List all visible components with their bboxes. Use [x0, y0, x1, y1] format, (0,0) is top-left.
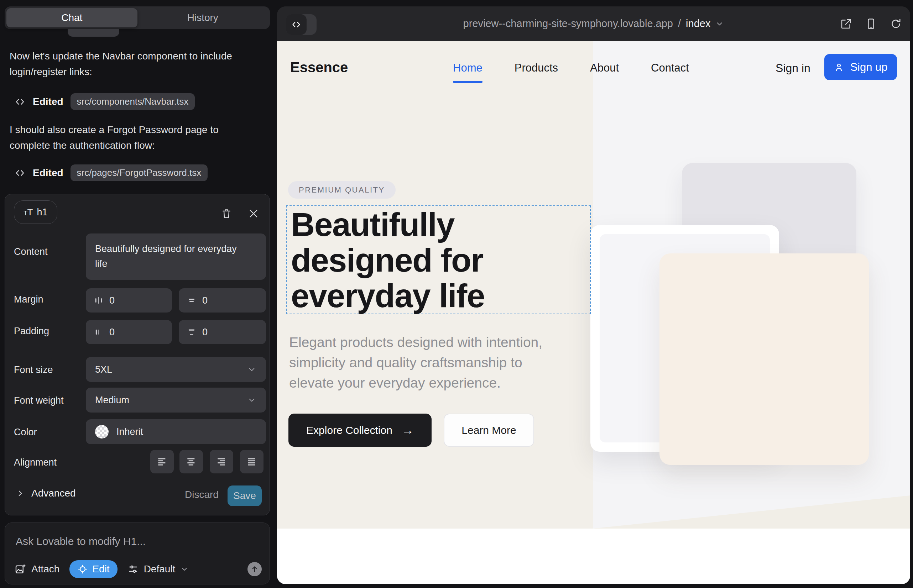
font-weight-value: Medium — [95, 395, 129, 406]
default-label: Default — [144, 564, 176, 575]
composer-toolbar: Attach Edit Default — [14, 560, 262, 578]
code-icon — [14, 167, 26, 179]
browser-actions — [840, 6, 902, 41]
code-preview-toggle[interactable] — [286, 14, 317, 35]
chat-sidebar: Chat History Now let's update the Navbar… — [0, 0, 277, 588]
open-external-button[interactable] — [840, 18, 853, 30]
nav-links: Home Products About Contact — [453, 61, 689, 74]
chevron-down-icon — [180, 565, 189, 573]
font-size-select[interactable]: 5XL — [86, 357, 266, 382]
code-icon — [14, 96, 26, 108]
padding-x-input[interactable]: 0 — [86, 320, 172, 344]
url-domain: preview--charming-site-symphony.lovable.… — [463, 18, 673, 29]
attach-button[interactable]: Attach — [14, 563, 60, 575]
url-separator: / — [677, 18, 682, 29]
url-bar[interactable]: preview--charming-site-symphony.lovable.… — [463, 6, 724, 41]
margin-label: Margin — [14, 294, 44, 305]
code-icon — [286, 14, 307, 35]
send-button[interactable] — [248, 562, 262, 576]
nav-link-contact[interactable]: Contact — [651, 61, 689, 74]
padding-x-value: 0 — [109, 327, 115, 338]
browser-topbar: preview--charming-site-symphony.lovable.… — [277, 6, 910, 41]
hero-heading-text: Beautifully designed for everyday life — [291, 207, 583, 313]
file-chip[interactable]: src/pages/ForgotPassword.tsx — [71, 165, 208, 181]
refresh-button[interactable] — [889, 18, 902, 30]
trash-icon — [220, 207, 233, 220]
typography-icon: TT — [24, 207, 33, 218]
padding-vertical-icon — [186, 327, 197, 337]
mobile-device-icon — [864, 18, 877, 30]
font-weight-select[interactable]: Medium — [86, 388, 266, 412]
align-justify-icon — [246, 456, 257, 467]
arrow-right-icon: → — [401, 423, 414, 437]
nav-link-home[interactable]: Home — [453, 61, 482, 74]
attach-image-icon — [14, 563, 26, 575]
arrow-up-icon — [250, 565, 259, 573]
margin-x-input[interactable]: 0 — [86, 288, 172, 312]
default-model-button[interactable]: Default — [128, 564, 189, 575]
edit-mode-button[interactable]: Edit — [70, 560, 117, 578]
external-link-icon — [840, 18, 853, 30]
assistant-message: I should also create a Forgot Password p… — [10, 122, 241, 153]
font-weight-label: Font weight — [14, 395, 64, 406]
delete-element-button[interactable] — [219, 206, 234, 221]
explore-collection-button[interactable]: Explore Collection → — [288, 414, 432, 447]
sliders-icon — [128, 564, 139, 575]
align-justify-button[interactable] — [240, 450, 264, 473]
align-right-icon — [216, 456, 227, 467]
align-left-icon — [156, 456, 168, 467]
sidebar-tabs: Chat History — [5, 6, 270, 29]
tab-chat[interactable]: Chat — [6, 8, 138, 27]
padding-label: Padding — [14, 326, 49, 337]
site-canvas: Essence Home Products About Contact Sign… — [277, 41, 910, 584]
selected-element-badge[interactable]: TT h1 — [14, 200, 57, 224]
refresh-icon — [889, 18, 902, 30]
align-right-button[interactable] — [210, 450, 233, 473]
save-button[interactable]: Save — [228, 486, 262, 506]
selected-h1-element[interactable]: Beautifully designed for everyday life — [286, 205, 591, 314]
explore-collection-label: Explore Collection — [306, 424, 392, 436]
color-label: Color — [14, 427, 37, 438]
align-left-button[interactable] — [150, 450, 174, 473]
hero-paragraph: Elegant products designed with intention… — [289, 332, 570, 393]
element-editor-panel: TT h1 Content Beautifully designed for e… — [5, 194, 270, 515]
font-size-label: Font size — [14, 365, 53, 375]
site-logo[interactable]: Essence — [290, 60, 348, 76]
preview-window: preview--charming-site-symphony.lovable.… — [277, 6, 910, 584]
signup-button[interactable]: Sign up — [824, 54, 897, 80]
discard-button[interactable]: Discard — [185, 489, 219, 501]
close-icon — [248, 208, 259, 219]
margin-y-input[interactable]: 0 — [179, 288, 266, 312]
nav-link-about[interactable]: About — [590, 61, 619, 74]
padding-y-value: 0 — [202, 327, 207, 338]
padding-y-input[interactable]: 0 — [179, 320, 266, 344]
margin-x-value: 0 — [109, 295, 115, 306]
color-value: Inherit — [117, 426, 143, 438]
composer-input[interactable] — [16, 533, 244, 549]
color-swatch — [95, 425, 108, 438]
signin-link[interactable]: Sign in — [775, 61, 811, 75]
site-navbar: Essence Home Products About Contact Sign… — [277, 41, 910, 92]
content-field[interactable]: Beautifully designed for everyday life — [86, 234, 266, 280]
hero-badge: PREMIUM QUALITY — [288, 181, 396, 199]
close-panel-button[interactable] — [246, 206, 261, 221]
assistant-message: Now let's update the Navbar component to… — [10, 48, 241, 80]
tab-history[interactable]: History — [138, 8, 269, 27]
chat-composer: Attach Edit Default — [5, 522, 270, 585]
mobile-view-button[interactable] — [864, 18, 877, 30]
color-select[interactable]: Inherit — [86, 419, 266, 444]
target-icon — [77, 564, 88, 575]
padding-horizontal-icon — [94, 327, 104, 337]
align-center-button[interactable] — [180, 450, 203, 473]
advanced-toggle[interactable]: Advanced — [16, 488, 76, 499]
signup-label: Sign up — [850, 61, 887, 74]
edit-label: Edit — [92, 564, 109, 575]
url-page: index — [686, 18, 711, 29]
nav-link-products[interactable]: Products — [515, 61, 558, 74]
margin-y-value: 0 — [202, 295, 207, 306]
edited-label: Edited — [33, 96, 63, 108]
file-edit-row: Edited src/pages/ForgotPassword.tsx — [14, 165, 207, 181]
content-label: Content — [14, 246, 48, 257]
file-chip[interactable]: src/components/Navbar.tsx — [71, 93, 195, 110]
learn-more-button[interactable]: Learn More — [444, 414, 534, 447]
